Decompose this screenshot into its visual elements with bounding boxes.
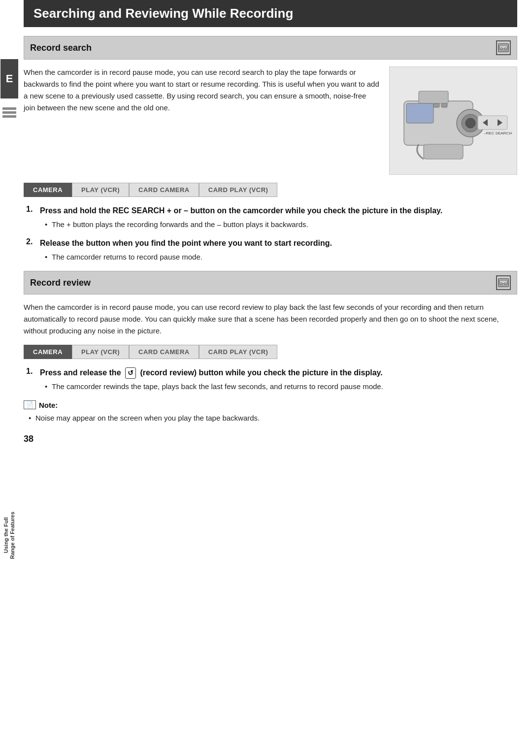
review-step-1-title: Press and release the ↺ (record review) …	[40, 367, 517, 379]
cassette-icon	[498, 42, 509, 53]
page-number: 38	[24, 434, 517, 444]
tab-card-play-vcr-1[interactable]: CARD PLAY (VCR)	[199, 183, 278, 197]
svg-rect-14	[478, 116, 507, 130]
side-tab: E Using the Full Range of Features	[0, 0, 19, 756]
tab-camera-2[interactable]: CAMERA	[24, 345, 72, 359]
record-search-steps: 1. Press and hold the REC SEARCH + or – …	[24, 205, 517, 263]
step-2-bullets: The camcorder returns to record pause mo…	[40, 251, 517, 263]
step-1-title: Press and hold the REC SEARCH + or – but…	[40, 205, 517, 217]
main-content: Searching and Reviewing While Recording …	[19, 0, 532, 756]
note-section: 📄 Note: Noise may appear on the screen w…	[24, 400, 517, 424]
note-icon: 📄	[24, 400, 36, 409]
side-vertical-text: Using the Full Range of Features	[0, 512, 19, 559]
review-step-1-bullet-1: The camcorder rewinds the tape, plays ba…	[45, 381, 517, 393]
svg-rect-9	[419, 91, 448, 103]
note-bullets: Noise may appear on the screen when you …	[24, 412, 517, 424]
svg-rect-18	[499, 279, 508, 287]
tab-camera-1[interactable]: CAMERA	[24, 183, 72, 197]
side-letter: E	[0, 59, 18, 99]
note-label: Note:	[39, 401, 58, 409]
svg-point-3	[504, 48, 506, 50]
record-review-tabs: CAMERA PLAY (VCR) CARD CAMERA CARD PLAY …	[24, 345, 517, 359]
page-title: Searching and Reviewing While Recording	[24, 0, 517, 27]
tab-play-vcr-2[interactable]: PLAY (VCR)	[72, 345, 129, 359]
review-step-1: 1. Press and release the ↺ (record revie…	[26, 367, 517, 393]
step-2-title: Release the button when you find the poi…	[40, 237, 517, 249]
review-step-1-bullets: The camcorder rewinds the tape, plays ba…	[40, 381, 517, 393]
note-bullet-1: Noise may appear on the screen when you …	[29, 412, 517, 424]
record-search-title: Record search	[30, 43, 92, 53]
tab-card-camera-2[interactable]: CARD CAMERA	[129, 345, 199, 359]
svg-point-21	[504, 283, 506, 285]
camcorder-image: –REC SEARCH+	[389, 66, 517, 175]
svg-text:–REC SEARCH+: –REC SEARCH+	[484, 131, 512, 135]
record-search-body: When the camcorder is in record pause mo…	[24, 66, 379, 175]
svg-rect-0	[499, 44, 508, 52]
record-search-header: Record search	[24, 36, 517, 60]
step-1-bullets: The + button plays the recording forward…	[40, 219, 517, 230]
step-1: 1. Press and hold the REC SEARCH + or – …	[26, 205, 517, 230]
record-search-content: When the camcorder is in record pause mo…	[24, 66, 517, 175]
svg-point-2	[500, 48, 502, 50]
record-review-icon	[496, 275, 511, 290]
step-2-bullet-1: The camcorder returns to record pause mo…	[45, 251, 517, 263]
cassette-icon-2	[498, 277, 509, 288]
svg-rect-10	[406, 103, 433, 123]
record-review-steps: 1. Press and release the ↺ (record revie…	[24, 367, 517, 393]
record-review-body: When the camcorder is in record pause mo…	[24, 301, 517, 337]
record-review-header: Record review	[24, 271, 517, 295]
svg-point-20	[500, 283, 502, 285]
camcorder-drawing: –REC SEARCH+	[394, 71, 512, 170]
tab-card-camera-1[interactable]: CARD CAMERA	[129, 183, 199, 197]
svg-rect-12	[433, 103, 439, 107]
svg-rect-11	[424, 144, 463, 159]
svg-point-8	[466, 118, 475, 128]
svg-rect-13	[441, 103, 447, 107]
tab-play-vcr-1[interactable]: PLAY (VCR)	[72, 183, 129, 197]
side-lines	[2, 107, 16, 118]
record-search-icon	[496, 40, 511, 55]
record-search-tabs: CAMERA PLAY (VCR) CARD CAMERA CARD PLAY …	[24, 183, 517, 197]
step-1-bullet-1: The + button plays the recording forward…	[45, 219, 517, 230]
tab-card-play-vcr-2[interactable]: CARD PLAY (VCR)	[199, 345, 278, 359]
record-review-title: Record review	[30, 278, 91, 288]
record-review-button-icon: ↺	[125, 367, 136, 379]
step-2: 2. Release the button when you find the …	[26, 237, 517, 263]
